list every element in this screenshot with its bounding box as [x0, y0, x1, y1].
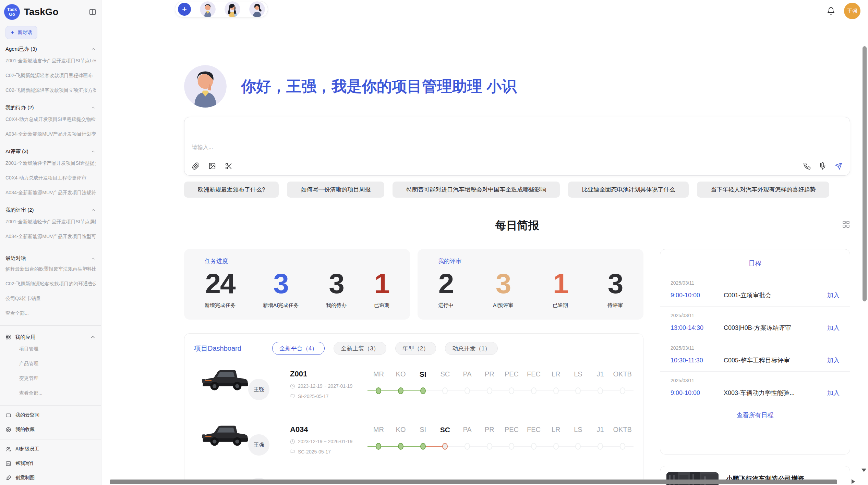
chevron-up-icon: [91, 149, 96, 154]
milestone-dot-wrap: [545, 384, 567, 398]
join-button[interactable]: 加入: [827, 324, 840, 332]
join-button[interactable]: 加入: [827, 356, 840, 364]
plus-icon: +: [11, 29, 14, 36]
recent-chats-title: 最近对话: [5, 255, 91, 262]
schedule-item: 2025/03/11 13:00-14:30 C003|H0B-方案冻结评审 加…: [660, 307, 850, 339]
sidebar-item-creative-draw[interactable]: 创意制图: [5, 473, 96, 483]
project-row[interactable]: 王强 Z001 2023-12-19 ~ 2027-01-19 SI-2025-…: [194, 355, 634, 410]
flag-icon: [290, 394, 295, 399]
new-chat-button[interactable]: + 新对话: [5, 26, 37, 39]
schedule-item: 2025/03/11 9:00-10:00 X003-车辆动力学性能验... 加…: [660, 372, 850, 404]
sidebar-item-label: 创意制图: [15, 475, 35, 481]
sidebar-item-favorites[interactable]: 我的收藏: [5, 425, 96, 434]
scroll-right-arrow[interactable]: [852, 479, 855, 484]
sidebar-app-item[interactable]: 项目管理: [5, 341, 96, 356]
sidebar-collapse-icon[interactable]: [89, 8, 96, 16]
send-icon[interactable]: [835, 162, 842, 170]
milestone: FEC: [523, 370, 545, 398]
schedule-time: 9:00-10:00: [671, 389, 713, 397]
sidebar-conversation-item[interactable]: Z001-全新燃油皮卡产品开发项目SI节点Lesson Learn报告: [5, 53, 96, 68]
dashboard-filter-tab[interactable]: 全新上装（3）: [334, 342, 386, 355]
schedule-date: 2025/03/11: [671, 345, 840, 351]
sidebar-conversation-item[interactable]: C0X4-动力总成开发项目工程变更评审: [5, 171, 96, 185]
dashboard-filter-tab[interactable]: 年型（2）: [395, 342, 436, 355]
milestone: J1: [589, 370, 612, 398]
screenshot-scissors-icon[interactable]: [225, 162, 232, 170]
milestone-dot-wrap: [501, 384, 523, 398]
vertical-scrollbar[interactable]: [863, 46, 867, 301]
member-avatar[interactable]: [225, 1, 240, 17]
milestone-dot-wrap: [456, 439, 479, 454]
sidebar-conversation-item[interactable]: A034-全新新能源MUV产品开发项目法规符合性评审: [5, 185, 96, 200]
microphone-icon[interactable]: [819, 162, 827, 170]
attachment-icon[interactable]: [192, 162, 200, 170]
horizontal-scrollbar[interactable]: [110, 480, 837, 484]
sidebar-section-header[interactable]: AI评审 (3): [5, 147, 96, 156]
voice-call-icon[interactable]: [803, 162, 811, 170]
sidebar-conversation-item[interactable]: C02-飞腾新能源轻客改款项目里程碑画布: [5, 68, 96, 83]
milestone-label: LR: [552, 426, 560, 435]
notification-bell-icon[interactable]: [827, 7, 835, 15]
sidebar-item-ai-employee[interactable]: AI超级员工: [5, 444, 96, 454]
sidebar-conversation-item[interactable]: 查看全部...: [5, 306, 96, 321]
milestone: PR: [478, 370, 501, 398]
suggestion-chip[interactable]: 比亚迪全固态电池计划具体说了什么: [568, 182, 689, 198]
sidebar-section-header[interactable]: 我的评审 (2): [5, 206, 96, 214]
sidebar-item-help-write[interactable]: 帮我写作: [5, 459, 96, 468]
recent-chats-header[interactable]: 最近对话: [5, 255, 96, 262]
stat: 3 我的待办: [326, 268, 347, 309]
sidebar-conversation-item[interactable]: A034-全新新能源MUV产品开发项目计划变更表编写: [5, 127, 96, 141]
suggestion-chip[interactable]: 当下年轻人对汽车外观有怎样的喜好趋势: [697, 182, 829, 198]
chevron-up-icon: [91, 47, 96, 51]
join-button[interactable]: 加入: [827, 389, 840, 397]
stat: 3 AI预评审: [493, 268, 513, 309]
sidebar-section-header[interactable]: Agent已办 (3): [5, 45, 96, 53]
sidebar-conversation-item[interactable]: C02-飞腾新能源轻客改款项目立项汇报方案: [5, 83, 96, 98]
sidebar-conversation-item[interactable]: C0X4-动力总成开发项目SI里程碑提交物检查: [5, 112, 96, 127]
member-avatar[interactable]: [249, 1, 265, 17]
sidebar-item-cloud-space[interactable]: 我的云空间: [5, 410, 96, 420]
divider: [0, 325, 101, 326]
my-apps-header[interactable]: 我的应用: [5, 333, 96, 341]
divider: [0, 439, 101, 439]
sidebar-conversation-item[interactable]: 公司Q3轻卡销量: [5, 291, 96, 306]
scroll-down-arrow[interactable]: [861, 469, 866, 472]
project-flag-milestone: SC-2025-05-17: [298, 449, 331, 455]
suggestion-chip[interactable]: 特朗普可能对进口汽车增税会对中国车企造成哪些影响: [393, 182, 560, 198]
add-member-button[interactable]: +: [178, 3, 191, 16]
topbar: +: [101, 0, 868, 18]
sidebar-app-item[interactable]: 查看全部...: [5, 386, 96, 400]
dashboard-filter-tab[interactable]: 动总开发（1）: [445, 342, 497, 355]
image-upload-icon[interactable]: [208, 162, 216, 170]
sidebar-conversation-item[interactable]: 解释最新出台的欧盟报废车法规再生塑料比例被调至15%...: [5, 262, 96, 276]
chat-composer[interactable]: 请输入...: [184, 117, 850, 176]
project-date-range: 2023-12-19 ~ 2027-01-19: [298, 383, 352, 389]
suggestion-chip[interactable]: 欧洲新规最近颁布了什么?: [184, 182, 279, 198]
project-date-range: 2023-12-19 ~ 2026-01-19: [298, 439, 352, 444]
divider: [0, 405, 101, 406]
sidebar-conversation-item[interactable]: Z001-全新燃油轻卡产品开发项目SI造型提交物评审: [5, 156, 96, 171]
join-button[interactable]: 加入: [827, 291, 840, 299]
milestone-dot-wrap: [367, 384, 390, 398]
sidebar-conversation-item[interactable]: A034-全新新能源MUV产品开发项目造型可行性评审: [5, 229, 96, 244]
sidebar-conversation-item[interactable]: Z001-全新燃油轻卡产品开发项目SI节点属性5D文件评审: [5, 214, 96, 229]
divider: [0, 249, 101, 249]
milestone-label: SC: [440, 370, 450, 379]
project-code: Z001: [290, 370, 365, 378]
sidebar-app-item[interactable]: 变更管理: [5, 371, 96, 386]
dashboard-filter-tab[interactable]: 全新平台（4）: [272, 342, 325, 355]
view-all-schedule-link[interactable]: 查看所有日程: [660, 404, 850, 426]
sidebar-app-item[interactable]: 产品管理: [5, 356, 96, 371]
user-avatar[interactable]: 王强: [844, 3, 860, 19]
sidebar-section-header[interactable]: 我的待办 (2): [5, 103, 96, 112]
milestone-label: PR: [485, 426, 494, 435]
content: 你好，王强，我是你的项目管理助理 小识 请输入...: [101, 65, 868, 485]
layout-grid-icon[interactable]: [842, 220, 850, 228]
project-row[interactable]: 王强 A034 2023-12-19 ~ 2026-01-19 SC-2025-…: [194, 410, 634, 466]
milestone: KO: [390, 370, 412, 398]
suggestion-chip[interactable]: 如何写一份清晰的项目周报: [287, 182, 384, 198]
milestone: MR: [367, 370, 390, 398]
milestone-dot-wrap: [390, 439, 412, 454]
member-avatar[interactable]: [200, 1, 216, 17]
sidebar-conversation-item[interactable]: C02-飞腾新能源轻客改款项目的闭环通告反馈情况: [5, 276, 96, 291]
